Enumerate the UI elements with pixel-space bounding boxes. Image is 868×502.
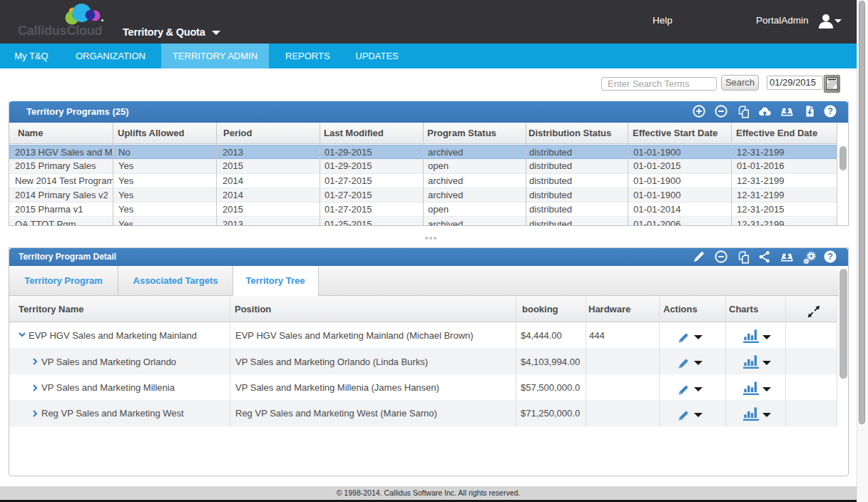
svg-text:?: ?	[827, 252, 833, 262]
svg-text:?: ?	[827, 106, 833, 116]
